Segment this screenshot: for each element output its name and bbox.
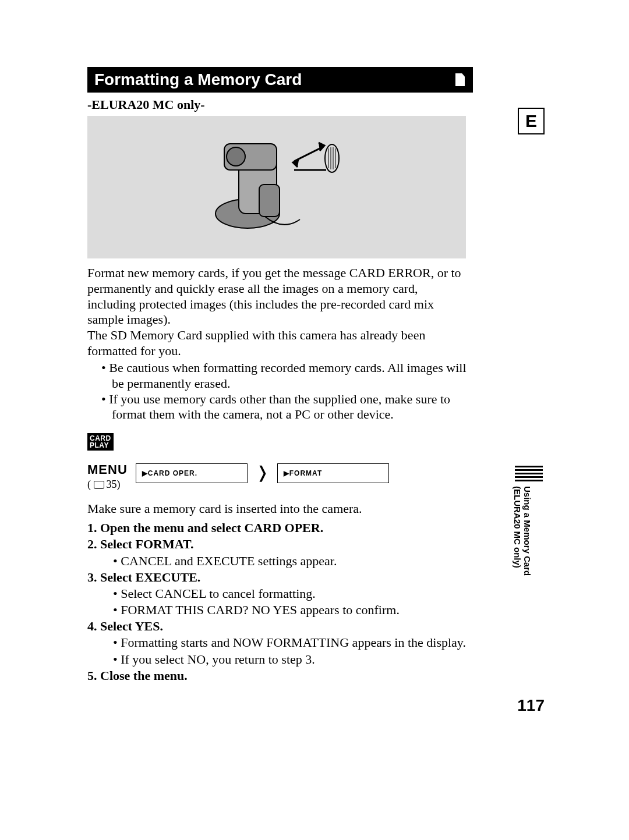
intro-text: Format new memory cards, if you get the … <box>87 265 466 359</box>
step-item: 2. Select FORMAT. CANCEL and EXECUTE set… <box>87 536 466 569</box>
camera-illustration <box>87 116 466 258</box>
step-bullet: If you select NO, you return to step 3. <box>113 651 466 668</box>
side-tab-line: Using a Memory Card <box>522 486 532 576</box>
intro-paragraph: Format new memory cards, if you get the … <box>87 265 466 328</box>
page-number: 117 <box>517 696 545 715</box>
svg-point-5 <box>325 144 339 172</box>
menu-page-ref: ( 35) <box>87 479 128 491</box>
bullet-item: Be cautious when formatting recorded mem… <box>101 360 474 392</box>
step-item: 1. Open the menu and select CARD OPER. <box>87 520 466 536</box>
step-item: 3. Select EXECUTE. Select CANCEL to canc… <box>87 569 466 618</box>
step-item: 5. Close the menu. <box>87 668 466 684</box>
menu-path-box: ▶FORMAT <box>277 463 389 483</box>
arrow-right-icon: ❭ <box>256 463 269 482</box>
camcorder-icon <box>207 126 347 249</box>
intro-paragraph: The SD Memory Card supplied with this ca… <box>87 328 466 359</box>
step-bullet: Select CANCEL to cancel formatting. <box>113 586 466 602</box>
language-badge: E <box>518 108 545 134</box>
step-bullet: CANCEL and EXECUTE settings appear. <box>113 553 466 569</box>
side-tab-lines-icon <box>513 466 545 481</box>
card-type-icons <box>419 67 473 93</box>
section-title: Formatting a Memory Card <box>87 67 448 93</box>
svg-point-3 <box>227 147 245 166</box>
step-bullet: Formatting starts and NOW FORMATTING app… <box>113 635 466 651</box>
book-icon <box>94 479 107 490</box>
menu-label: MENU <box>87 462 128 477</box>
side-tab: Using a Memory Card (ELURA20 MC only) <box>513 466 545 576</box>
step-list: 1. Open the menu and select CARD OPER. 2… <box>87 520 466 684</box>
instruction-line: Make sure a memory card is inserted into… <box>87 501 466 516</box>
sd-card-icon <box>419 67 445 93</box>
mode-tag: CARDPLAY <box>87 433 114 451</box>
model-subtitle: -ELURA20 MC only- <box>87 97 545 112</box>
side-tab-line: (ELURA20 MC only) <box>513 486 522 568</box>
step-bullet: FORMAT THIS CARD? NO YES appears to conf… <box>113 602 466 618</box>
mmc-card-icon <box>447 67 473 93</box>
step-item: 4. Select YES. Formatting starts and NOW… <box>87 618 466 667</box>
bullet-item: If you use memory cards other than the s… <box>101 392 474 423</box>
menu-path-box: ▶CARD OPER. <box>136 463 248 483</box>
svg-rect-4 <box>259 185 280 217</box>
menu-path-row: MENU ( 35) ▶CARD OPER. ❭ ▶FORMAT <box>87 462 545 491</box>
intro-bullets: Be cautious when formatting recorded mem… <box>87 360 474 423</box>
